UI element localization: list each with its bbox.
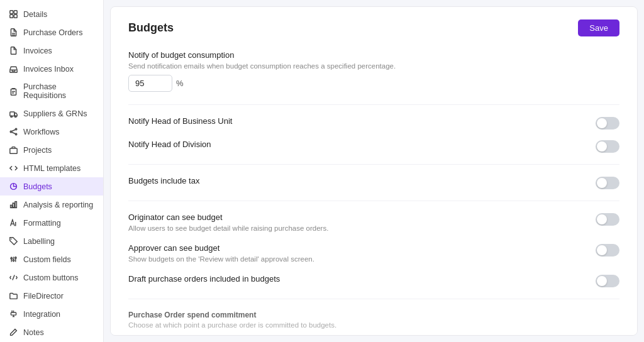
svg-rect-7 bbox=[11, 89, 16, 95]
sidebar-item-labelling[interactable]: Labelling bbox=[0, 232, 103, 250]
sidebar-item-notes[interactable]: Notes bbox=[0, 323, 103, 341]
file-icon bbox=[9, 46, 18, 55]
sidebar-item-label: Integration bbox=[23, 310, 60, 319]
folder-icon bbox=[9, 291, 18, 301]
budgets-include-tax-label: Budgets include tax bbox=[128, 176, 583, 185]
radio-option-on-approval[interactable]: On approval bbox=[128, 335, 311, 336]
share-icon bbox=[9, 127, 18, 136]
sidebar-item-invoices-inbox[interactable]: Invoices Inbox bbox=[0, 60, 103, 78]
po-spend-desc: Choose at which point a purchase order i… bbox=[128, 321, 619, 329]
approver-see-budget-desc: Show budgets on the 'Review with detail'… bbox=[128, 254, 583, 264]
percentage-label: % bbox=[176, 79, 184, 88]
svg-rect-20 bbox=[11, 205, 12, 207]
sidebar-item-purchase-requisitions[interactable]: Purchase Requisitions bbox=[0, 78, 103, 104]
sidebar-item-workflows[interactable]: Workflows bbox=[0, 123, 103, 141]
grid-icon bbox=[9, 9, 18, 19]
sidebar-item-label: Purchase Requisitions bbox=[23, 82, 94, 100]
svg-rect-35 bbox=[11, 312, 16, 315]
sidebar-item-integration[interactable]: Integration bbox=[0, 305, 103, 323]
sidebar-item-analysis-reporting[interactable]: Analysis & reporting bbox=[0, 196, 103, 214]
po-spend-radio-group: On approval On sent to supplier On creat… bbox=[128, 335, 619, 336]
sidebar-item-projects[interactable]: Projects bbox=[0, 141, 103, 159]
notify-head-bu-toggle[interactable] bbox=[596, 117, 619, 130]
budget-input-row: % bbox=[128, 75, 619, 92]
svg-line-16 bbox=[12, 130, 16, 131]
sidebar-item-label: HTML templates bbox=[23, 164, 80, 173]
sidebar: Details Purchase Orders Invoices Invoice… bbox=[0, 0, 104, 342]
sidebar-item-custom-buttons[interactable]: Custom buttons bbox=[0, 268, 103, 287]
svg-point-15 bbox=[15, 133, 16, 135]
code-icon bbox=[9, 163, 18, 173]
originator-see-budget-toggle[interactable] bbox=[596, 213, 619, 226]
svg-rect-22 bbox=[15, 202, 16, 208]
inbox-icon bbox=[9, 64, 18, 74]
code-bracket-icon bbox=[9, 273, 18, 282]
draft-po-budgets-toggle[interactable] bbox=[596, 275, 619, 287]
svg-rect-18 bbox=[10, 148, 17, 153]
svg-point-13 bbox=[15, 128, 16, 130]
sidebar-item-details[interactable]: Details bbox=[0, 5, 103, 23]
approver-see-budget-toggle[interactable] bbox=[596, 244, 619, 256]
sidebar-item-invoices[interactable]: Invoices bbox=[0, 41, 103, 60]
svg-point-27 bbox=[11, 258, 12, 259]
notify-head-div-row: Notify Head of Division bbox=[128, 140, 619, 153]
svg-point-14 bbox=[10, 131, 11, 132]
sidebar-item-label: Invoices Inbox bbox=[23, 65, 74, 74]
approver-see-budget-row: Approver can see budget Show budgets on … bbox=[128, 243, 619, 264]
svg-rect-1 bbox=[14, 11, 17, 14]
sidebar-item-label: Custom buttons bbox=[23, 273, 79, 282]
sidebar-item-label: Labelling bbox=[23, 237, 55, 246]
notify-head-div-toggle[interactable] bbox=[596, 140, 619, 153]
originator-see-budget-label: Originator can see budget bbox=[128, 212, 583, 222]
page-header: Budgets Save bbox=[128, 19, 619, 36]
sidebar-item-label: Purchase Orders bbox=[23, 28, 82, 37]
sidebar-item-label: Projects bbox=[23, 146, 52, 155]
svg-point-25 bbox=[11, 238, 12, 240]
svg-rect-2 bbox=[10, 14, 13, 18]
po-spend-title: Purchase Order spend commitment bbox=[128, 311, 619, 319]
sidebar-item-filedirector[interactable]: FileDirector bbox=[0, 287, 103, 305]
budget-percentage-input[interactable] bbox=[128, 75, 172, 92]
main-content: Budgets Save Notify of budget consumptio… bbox=[110, 6, 638, 336]
sidebar-item-purchase-orders[interactable]: Purchase Orders bbox=[0, 23, 103, 41]
notify-head-div-label: Notify Head of Division bbox=[128, 140, 583, 149]
plug-icon bbox=[9, 309, 18, 319]
sidebar-item-label: Analysis & reporting bbox=[23, 201, 93, 209]
sidebar-item-label: Details bbox=[23, 10, 47, 19]
sidebar-item-label: Budgets bbox=[23, 182, 52, 191]
briefcase-icon bbox=[9, 145, 18, 155]
originator-see-budget-desc: Allow users to see budget detail while r… bbox=[128, 223, 583, 233]
svg-rect-0 bbox=[10, 11, 13, 14]
draft-po-budgets-label-group: Draft purchase orders included in budget… bbox=[128, 274, 596, 285]
tag-icon bbox=[9, 236, 18, 246]
file-text-icon bbox=[9, 28, 18, 37]
svg-line-32 bbox=[13, 275, 14, 280]
svg-line-17 bbox=[12, 132, 16, 134]
svg-rect-10 bbox=[10, 112, 14, 116]
sidebar-item-formatting[interactable]: Formatting bbox=[0, 214, 103, 232]
approver-see-budget-label: Approver can see budget bbox=[128, 243, 583, 253]
sidebar-item-custom-fields[interactable]: Custom fields bbox=[0, 250, 103, 268]
truck-icon bbox=[9, 109, 18, 118]
budgets-include-tax-toggle[interactable] bbox=[596, 177, 619, 189]
clipboard-icon bbox=[9, 87, 18, 96]
sidebar-item-label: Invoices bbox=[23, 47, 52, 55]
sidebar-item-label: FileDirector bbox=[23, 292, 64, 301]
svg-point-11 bbox=[11, 116, 12, 117]
sidebar-item-budgets[interactable]: Budgets bbox=[0, 177, 103, 196]
originator-see-budget-row: Originator can see budget Allow users to… bbox=[128, 212, 619, 233]
pie-chart-icon bbox=[9, 182, 18, 191]
draft-po-budgets-row: Draft purchase orders included in budget… bbox=[128, 274, 619, 287]
sidebar-item-label: Notes bbox=[23, 328, 44, 337]
budgets-include-tax-row: Budgets include tax bbox=[128, 176, 619, 189]
svg-rect-3 bbox=[14, 14, 17, 18]
save-button[interactable]: Save bbox=[578, 19, 619, 36]
po-spend-section: Purchase Order spend commitment Choose a… bbox=[128, 311, 619, 336]
sidebar-item-html-templates[interactable]: HTML templates bbox=[0, 159, 103, 177]
sidebar-item-label: Suppliers & GRNs bbox=[23, 109, 87, 118]
originator-see-budget-label-group: Originator can see budget Allow users to… bbox=[128, 212, 596, 233]
notify-head-bu-label: Notify Head of Business Unit bbox=[128, 116, 583, 126]
sidebar-item-suppliers-grns[interactable]: Suppliers & GRNs bbox=[0, 104, 103, 123]
edit-icon bbox=[9, 328, 18, 337]
budgets-include-tax-label-group: Budgets include tax bbox=[128, 176, 596, 187]
